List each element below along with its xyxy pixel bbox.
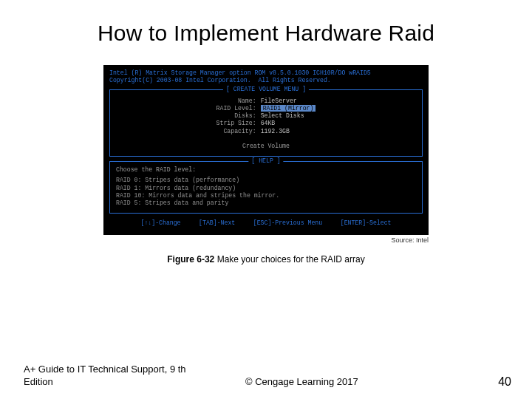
figure-number: Figure 6-32 — [167, 254, 214, 265]
bios-header-line2: Copyright(C) 2003-08 Intel Corporation. … — [109, 77, 423, 84]
create-volume-panel: [ CREATE VOLUME MENU ] Name: FileServer … — [109, 89, 423, 157]
name-value[interactable]: FileServer — [261, 98, 316, 105]
slide: How to Implement Hardware Raid Intel (R)… — [0, 0, 532, 399]
create-volume-panel-title: [ CREATE VOLUME MENU ] — [223, 86, 309, 93]
field-table: Name: FileServer RAID Level: RAID1 (Mirr… — [216, 98, 316, 135]
book-title: A+ Guide to IT Technical Support, 9 th E… — [24, 364, 216, 389]
help-body: RAID 0: Stripes data (performance) RAID … — [116, 177, 416, 207]
bios-screen: Intel (R) Matrix Storage Manager option … — [103, 65, 429, 235]
strip-size-label: Strip Size: — [216, 120, 261, 127]
create-volume-action[interactable]: Create Volume — [116, 143, 416, 150]
copyright: © Cengage Learning 2017 — [245, 376, 358, 389]
footer: A+ Guide to IT Technical Support, 9 th E… — [0, 364, 532, 389]
strip-size-value[interactable]: 64KB — [261, 120, 316, 127]
capacity-value: 1192.3GB — [261, 128, 316, 135]
figure: Intel (R) Matrix Storage Manager option … — [103, 65, 429, 244]
help-panel-title: [ HELP ] — [248, 157, 283, 165]
capacity-label: Capacity: — [216, 128, 261, 135]
raid-level-value[interactable]: RAID1 (Mirror) — [261, 105, 316, 112]
page-number: 40 — [498, 375, 511, 389]
help-heading: Choose the RAID level: — [116, 166, 416, 174]
disks-label: Disks: — [216, 112, 261, 120]
figure-caption: Figure 6-32 Make your choices for the RA… — [0, 254, 532, 265]
name-label: Name: — [216, 98, 261, 105]
slide-title: How to Implement Hardware Raid — [0, 0, 532, 46]
raid-level-label: RAID Level: — [216, 105, 261, 112]
disks-value[interactable]: Select Disks — [261, 112, 316, 120]
nav-hints: [↑↓]-Change [TAB]-Next [ESC]-Previous Me… — [109, 219, 423, 227]
help-panel: [ HELP ] Choose the RAID level: RAID 0: … — [109, 161, 423, 214]
figure-source: Source: Intel — [103, 236, 429, 244]
bios-header-line1: Intel (R) Matrix Storage Manager option … — [109, 69, 423, 77]
figure-caption-text: Make your choices for the RAID array — [214, 254, 364, 265]
